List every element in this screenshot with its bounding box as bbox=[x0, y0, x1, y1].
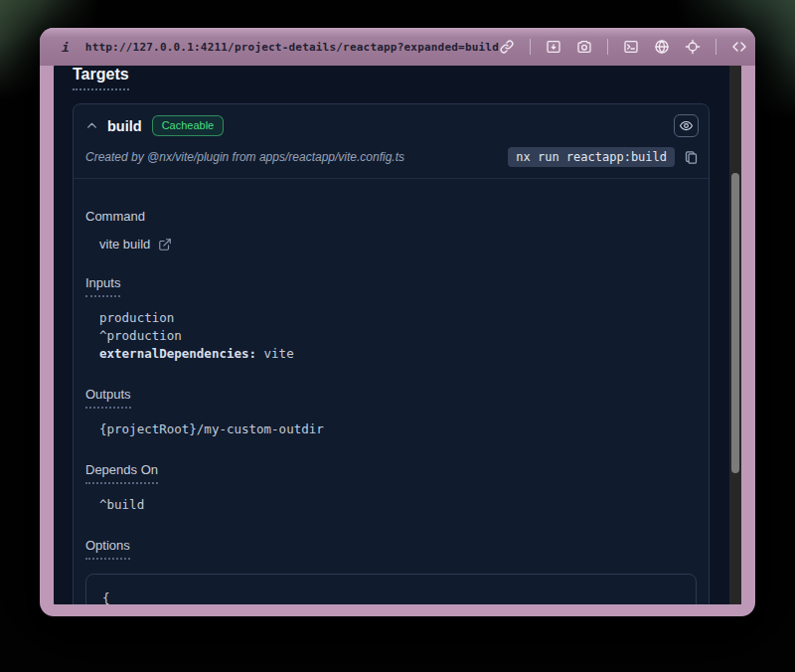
run-command-badge[interactable]: nx run reactapp:build bbox=[508, 147, 675, 167]
outputs-section: Outputs {projectRoot}/my-custom-outdir bbox=[85, 385, 697, 438]
globe-icon[interactable] bbox=[654, 39, 670, 55]
inspect-icon[interactable] bbox=[685, 39, 701, 55]
depends-on-section: Depends On ^build bbox=[85, 460, 697, 514]
output-item: {projectRoot}/my-custom-outdir bbox=[99, 420, 697, 438]
targets-section-title: Targets bbox=[73, 66, 129, 90]
outputs-heading: Outputs bbox=[85, 387, 131, 409]
depends-on-item: ^build bbox=[99, 496, 697, 514]
link-icon[interactable] bbox=[499, 39, 515, 55]
build-card-header[interactable]: build Cacheable bbox=[74, 104, 709, 145]
copy-icon[interactable] bbox=[684, 150, 699, 165]
input-item: production bbox=[99, 309, 697, 327]
toolbar-separator bbox=[716, 39, 716, 55]
project-details-content: Targets build Cacheable bbox=[54, 66, 741, 604]
page-viewport: Targets build Cacheable bbox=[54, 66, 741, 604]
external-deps-value: vite bbox=[256, 346, 294, 361]
browser-window: i http://127.0.0.1:4211/project-details/… bbox=[40, 28, 755, 616]
target-name-build: build bbox=[107, 118, 142, 134]
command-value: vite build bbox=[99, 237, 150, 252]
chevron-up-icon[interactable] bbox=[85, 119, 98, 132]
command-heading: Command bbox=[85, 209, 145, 225]
created-by-text: Created by @nx/vite/plugin from apps/rea… bbox=[85, 150, 404, 164]
eye-icon bbox=[679, 118, 694, 133]
code-icon[interactable] bbox=[731, 39, 747, 55]
browser-toolbar: i http://127.0.0.1:4211/project-details/… bbox=[40, 28, 755, 66]
open-window-icon[interactable] bbox=[546, 39, 561, 55]
code-line-open: { bbox=[102, 588, 680, 604]
address-url[interactable]: http://127.0.0.1:4211/project-details/re… bbox=[85, 41, 499, 54]
options-code-block: { "cwd": "apps/reactapp" } bbox=[85, 574, 697, 604]
inputs-heading: Inputs bbox=[85, 275, 120, 297]
target-card-build: build Cacheable Created by @nx/vite/plug… bbox=[73, 103, 710, 604]
options-section: Options { "cwd": "apps/reactapp" } bbox=[85, 536, 697, 604]
scrollbar-thumb[interactable] bbox=[731, 173, 739, 473]
input-item-external-deps: externalDependencies: vite bbox=[99, 345, 697, 363]
build-card-body: Command vite build Inputs bbox=[74, 179, 709, 604]
scrollbar-track[interactable] bbox=[729, 66, 741, 604]
depends-on-heading: Depends On bbox=[85, 462, 158, 484]
camera-icon[interactable] bbox=[576, 39, 592, 55]
toolbar-separator bbox=[607, 39, 608, 55]
build-created-row: Created by @nx/vite/plugin from apps/rea… bbox=[74, 145, 709, 179]
cacheable-badge: Cacheable bbox=[152, 115, 225, 135]
toolbar-separator bbox=[530, 39, 531, 55]
external-link-icon[interactable] bbox=[158, 238, 172, 252]
terminal-icon[interactable] bbox=[623, 39, 639, 55]
toolbar-icon-group bbox=[499, 39, 755, 55]
command-section: Command vite build bbox=[85, 207, 697, 252]
input-item: ^production bbox=[99, 327, 697, 345]
info-icon: i bbox=[62, 40, 70, 55]
external-deps-key: externalDependencies: bbox=[99, 346, 256, 361]
view-in-graph-button[interactable] bbox=[674, 114, 699, 137]
options-heading: Options bbox=[85, 538, 130, 560]
inputs-section: Inputs production ^production externalDe… bbox=[85, 273, 697, 363]
